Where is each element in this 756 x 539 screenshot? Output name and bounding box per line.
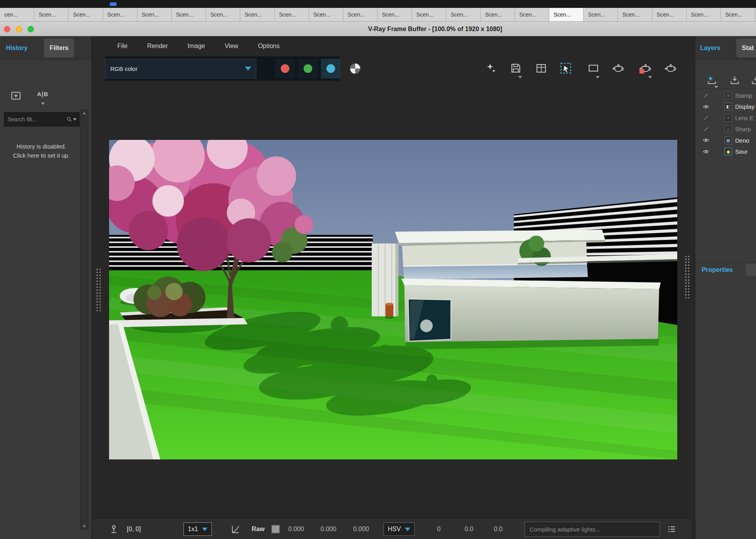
scroll-up-icon[interactable]: ▲ [80,111,88,115]
scene-tab[interactable]: Scen... [34,8,69,21]
scene-tab[interactable]: Scen... [515,8,549,21]
load-layers-button[interactable] [750,75,756,87]
ab-compare-button[interactable]: A|B [37,91,48,97]
menu-file[interactable]: File [110,40,135,52]
list-icon [667,524,676,534]
zoom-window-button[interactable] [28,26,34,32]
show-region-button[interactable] [586,61,600,75]
pixel-probe-button[interactable] [109,519,119,539]
scene-tab[interactable]: Scen... [652,8,687,21]
eye-icon[interactable] [702,148,713,155]
stop-render-button[interactable] [639,61,653,75]
render-last-button[interactable] [611,61,626,75]
save-options-chevron-icon[interactable] [518,76,522,78]
scene-tab[interactable]: Scen... [309,8,343,21]
save-image-button[interactable] [509,61,523,75]
properties-extra-tab[interactable] [746,264,756,276]
eye-icon[interactable] [702,103,713,110]
search-input[interactable] [7,116,66,123]
filter-search-field[interactable] [4,112,80,126]
scene-tab[interactable]: Scen... [172,8,206,21]
blue-channel-button[interactable] [321,59,341,78]
lens-effects-icon: + [724,114,732,122]
layer-name: Lens E [735,115,754,121]
splitter-handle-right[interactable] [684,255,690,298]
log-button[interactable] [667,519,676,539]
render-status-message: Compiling adaptive lights... [524,522,660,537]
scene-tab[interactable]: Scen... [275,8,309,21]
raw-toggle[interactable] [271,525,280,533]
scene-tab[interactable]: Scen... [378,8,412,21]
curve-icon [231,524,241,534]
scene-tab[interactable]: Scen... [446,8,480,21]
eye-off-icon[interactable] [702,114,713,121]
interactive-render-button[interactable] [664,61,678,75]
checker-sphere-icon [349,62,361,75]
save-icon [510,62,522,74]
lens-effects-button[interactable] [484,61,498,75]
layer-row[interactable]: ◧Display C [695,101,756,113]
chevron-down-icon [202,528,208,531]
scene-tab[interactable]: Scen... [69,8,103,21]
chevron-down-icon[interactable] [73,118,77,121]
export-channels-button[interactable] [534,61,548,75]
curve-button[interactable] [231,519,241,539]
layer-row[interactable]: +Lens E [695,112,756,124]
layer-row[interactable]: ≡Stamp [695,90,756,101]
tab-filters[interactable]: Filters [44,39,74,58]
history-setup-button[interactable] [10,90,22,103]
region-render-button[interactable] [559,61,573,75]
tab-stats[interactable]: Stat [736,39,756,58]
colorspace-dropdown[interactable]: HSV [384,522,415,536]
splitter-handle-left[interactable] [96,268,102,311]
save-layers-button[interactable] [729,75,740,87]
menu-render[interactable]: Render [140,40,175,52]
scene-tab[interactable]: Scen... [137,8,172,21]
eye-off-icon[interactable] [702,92,713,99]
region-options-chevron-icon[interactable] [596,76,600,78]
render-image[interactable] [109,140,677,459]
menu-image[interactable]: Image [180,40,212,52]
layer-row[interactable]: △Sharp [695,124,756,135]
channel-mode-dropdown[interactable]: RGB color [105,59,256,78]
teapot-icon [664,62,678,74]
menu-view[interactable]: View [218,40,245,52]
minimize-window-button[interactable] [16,26,22,32]
scene-tab[interactable]: Scen... [240,8,274,21]
message-line-2: Click here to set it up. [0,151,83,160]
scene-tab[interactable]: Scen... [206,8,240,21]
layer-row[interactable]: ◉Sour [695,146,756,158]
left-panel-scrollbar[interactable]: ▲ ▼ [80,110,89,530]
scene-tab[interactable]: Scen... [618,8,652,21]
eye-icon[interactable] [702,137,713,144]
close-window-button[interactable] [4,26,10,32]
scene-tab[interactable]: cen... [0,8,34,21]
scene-tab[interactable]: Scen... [549,8,584,21]
raw-value-g: 0.000 [321,519,336,539]
chevron-down-icon[interactable] [41,102,45,105]
scene-tab[interactable]: Scen... [584,8,618,21]
menu-options[interactable]: Options [251,40,287,52]
render-options-chevron-icon[interactable] [648,76,652,78]
scene-tab[interactable]: Scen... [481,8,515,21]
scene-tab[interactable]: Scen... [343,8,378,21]
layer-name: Sour [735,148,748,155]
green-channel-button[interactable] [298,59,318,78]
hsv-value-v: 0.0 [494,519,502,539]
layer-list: ≡Stamp◧Display C+Lens E△Sharp▦Deno◉Sour [695,90,756,157]
tab-history[interactable]: History [6,36,28,60]
scene-tab[interactable]: Scen... [412,8,446,21]
scene-tab[interactable]: Scen... [687,8,721,21]
render-viewport[interactable] [109,140,677,459]
scene-tab[interactable]: Scen... [721,8,755,21]
scroll-down-icon[interactable]: ▼ [80,524,88,528]
mono-channel-button[interactable] [349,62,361,75]
red-channel-button[interactable] [275,59,295,78]
scene-tab[interactable]: Scen... [103,8,137,21]
eye-off-icon[interactable] [702,126,713,133]
zoom-dropdown[interactable]: 1x1 [183,522,212,536]
layer-row[interactable]: ▦Deno [695,135,756,146]
properties-label[interactable]: Properties [702,262,733,277]
tab-layers[interactable]: Layers [700,36,721,60]
history-disabled-message[interactable]: History is disabled. Click here to set i… [0,142,83,160]
